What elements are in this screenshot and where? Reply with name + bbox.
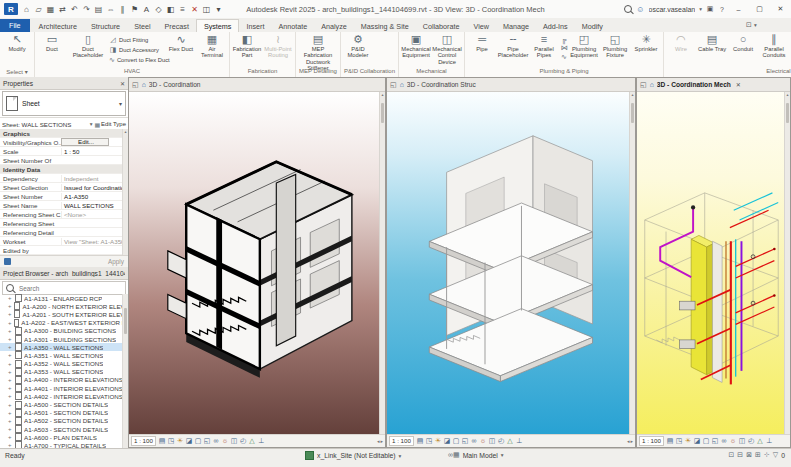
crop-view-icon[interactable]: ▢ <box>194 437 202 445</box>
hide-analytical-icon[interactable]: △ <box>248 437 256 445</box>
sheet-item[interactable]: + A1-A500 - SECTION DETAILS <box>0 400 123 408</box>
active-workset-label[interactable]: Main Model <box>463 452 498 459</box>
property-row[interactable]: Sheet Name WALL SECTIONS <box>0 201 123 210</box>
expander-icon[interactable]: + <box>8 410 13 416</box>
crop-view-icon[interactable]: ▢ <box>452 437 460 445</box>
pipe-fitting-button[interactable]: ╔ <box>560 35 568 43</box>
select-links-icon[interactable]: ⊡ <box>728 451 734 459</box>
link-caret-icon[interactable]: ▾ <box>399 453 402 459</box>
shadows-icon[interactable]: ◪ <box>693 437 701 445</box>
property-value[interactable]: Edit... <box>61 138 109 146</box>
properties-close-icon[interactable]: ✕ <box>120 80 125 87</box>
view-scale[interactable]: 1 : 100 <box>389 436 414 446</box>
tab-architecture[interactable]: Architecture <box>32 20 84 32</box>
tab-manage[interactable]: Manage <box>496 20 536 32</box>
convert-to-flex-duct-button[interactable]: ∿ Convert to Flex Duct <box>109 55 165 64</box>
property-row[interactable]: Referencing Sheet <box>0 219 123 228</box>
sync-with-central-icon[interactable]: ⇄ <box>57 5 68 14</box>
property-value[interactable]: Issued for Coordination <box>61 184 123 191</box>
fabrication-part-button[interactable]: ◧ Fabrication Part <box>232 33 262 59</box>
expander-icon[interactable]: + <box>8 344 13 350</box>
reveal-hidden-icon[interactable]: ☼ <box>479 437 487 445</box>
expander-icon[interactable]: + <box>8 361 13 367</box>
pipe-accessory-button[interactable]: ⋈ <box>560 44 568 52</box>
conduit-button[interactable]: ○ Conduit <box>728 33 758 52</box>
temporary-view-properties-icon[interactable]: ◴ <box>497 437 505 445</box>
property-row[interactable]: Workset View "Sheet: A1-A350..." <box>0 237 123 246</box>
duct-accessory-button[interactable]: ◨ Duct Accessory <box>109 45 165 54</box>
view-tab-coordination-mech[interactable]: ◱ ⌂ 3D - Coordination Mech ✕ <box>637 78 790 92</box>
show-crop-icon[interactable]: ◱ <box>711 437 719 445</box>
tab-annotate[interactable]: Annotate <box>271 20 314 32</box>
property-row[interactable]: Sheet Number Of <box>0 156 123 165</box>
edit-type-button[interactable]: ▦ Edit Type <box>94 121 126 128</box>
tab-collaborate[interactable]: Collaborate <box>416 20 467 32</box>
select-underlay-icon[interactable]: ⊟ <box>737 451 743 459</box>
detail-level-icon[interactable]: ▤ <box>666 437 674 445</box>
instance-caret-icon[interactable]: ▾ <box>90 121 93 127</box>
sprinkler-button[interactable]: ✳ Sprinkler <box>631 33 661 52</box>
pipe-placeholder-button[interactable]: ╌ Pipe Placeholder <box>498 33 528 59</box>
panel-label-select[interactable]: Select ▾ <box>0 68 34 77</box>
workset-caret-icon[interactable]: ▾ <box>501 452 504 458</box>
view-scale[interactable]: 1 : 100 <box>131 436 156 446</box>
account-caret-icon[interactable]: ▾ <box>699 6 702 12</box>
view-tab-coordination-struc[interactable]: ◱ ⌂ 3D - Coordination Struc <box>387 78 635 92</box>
project-browser-header[interactable]: Project Browser - arch_buildings1_144104… <box>0 267 128 280</box>
notifications-icon[interactable]: ▣ <box>706 5 714 13</box>
reveal-constraints-icon[interactable]: ⊥ <box>765 437 773 445</box>
restore-down-icon[interactable]: ◱ <box>390 81 397 89</box>
expander-icon[interactable]: + <box>8 303 12 309</box>
expander-icon[interactable]: + <box>8 434 13 440</box>
expander-icon[interactable]: + <box>8 418 13 424</box>
property-value[interactable]: 1 : 50 <box>61 148 123 155</box>
hide-analytical-icon[interactable]: △ <box>506 437 514 445</box>
view-scale[interactable]: 1 : 100 <box>639 436 664 446</box>
canvas-coordination[interactable] <box>129 92 380 434</box>
minimize-button[interactable]: – <box>730 2 747 16</box>
property-row[interactable]: Graphics <box>0 129 123 138</box>
hide-analytical-icon[interactable]: △ <box>756 437 764 445</box>
view-close-icon[interactable]: ✕ <box>736 81 741 88</box>
tab-view[interactable]: View <box>467 20 496 32</box>
detail-level-icon[interactable]: ▤ <box>416 437 424 445</box>
temporary-hide-isolate-icon[interactable]: ∞ <box>212 437 220 445</box>
property-row[interactable]: Visibility/Graphics O... Edit... <box>0 138 123 147</box>
plumbing-equipment-button[interactable]: ◰ Plumbing Equipment <box>569 33 599 59</box>
panel-label-hvac[interactable]: HVAC <box>35 68 229 77</box>
tab-insert[interactable]: Insert <box>239 20 271 32</box>
property-row[interactable]: Edited by <box>0 246 123 255</box>
canvas-coordination-mech[interactable] <box>637 92 785 434</box>
tab-massing-site[interactable]: Massing & Site <box>354 20 416 32</box>
visual-style-icon[interactable]: ◳ <box>675 437 683 445</box>
drag-on-selection-icon[interactable]: ⊹ <box>764 451 770 459</box>
sheet-item[interactable]: + A1-A350 - WALL SECTIONS <box>0 343 123 351</box>
property-row[interactable]: Sheet Collection Issued for Coordination <box>0 183 123 192</box>
v-scrollbar[interactable]: ▴ <box>379 92 385 434</box>
text-icon[interactable]: A <box>141 5 152 14</box>
browser-search-input[interactable] <box>17 284 122 293</box>
expander-icon[interactable]: + <box>8 402 13 408</box>
plumbing-fixture-button[interactable]: ◱ Plumbing Fixture <box>600 33 630 59</box>
flex-duct-button[interactable]: ∿ Flex Duct <box>166 33 196 52</box>
sheet-item[interactable]: + A1-A201 - SOUTH EXTERIOR ELEVATION <box>0 310 123 318</box>
properties-header[interactable]: Properties ✕ <box>0 77 128 90</box>
shadows-icon[interactable]: ◪ <box>443 437 451 445</box>
maximize-button[interactable]: ▢ <box>751 2 768 16</box>
open-icon[interactable]: ▱ <box>33 5 44 14</box>
shadows-icon[interactable]: ◪ <box>185 437 193 445</box>
reveal-hidden-icon[interactable]: ☼ <box>729 437 737 445</box>
property-row[interactable]: Identity Data <box>0 165 123 174</box>
tag-by-category-icon[interactable]: ⚑ <box>129 5 140 14</box>
sheet-item[interactable]: + A1-A131 - ENLARGED RCP <box>0 294 123 302</box>
sheet-item[interactable]: + A1-A700 - TYPICAL DETAILS <box>0 441 123 448</box>
property-row[interactable]: Scale 1 : 50 <box>0 147 123 156</box>
panel-label-mep-detailing[interactable]: MEP Detailing <box>296 68 340 77</box>
reveal-constraints-icon[interactable]: ⊥ <box>257 437 265 445</box>
temporary-view-properties-icon[interactable]: ◴ <box>747 437 755 445</box>
worksharing-display-icon[interactable]: ◫ <box>488 437 496 445</box>
customize-qat-icon[interactable]: ▾ <box>213 5 224 14</box>
sun-path-icon[interactable]: ☀ <box>684 437 692 445</box>
reveal-constraints-icon[interactable]: ⊥ <box>515 437 523 445</box>
filter-icon[interactable]: ▽ <box>773 451 778 459</box>
